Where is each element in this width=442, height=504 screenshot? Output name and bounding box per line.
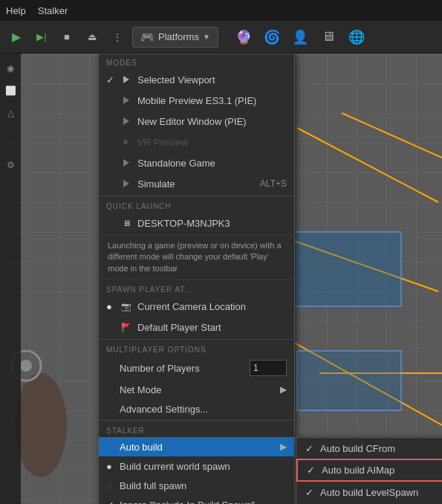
chevron-down-icon: ▼ xyxy=(203,33,210,41)
label-standalone-game: Standalone Game xyxy=(137,158,287,169)
step-button[interactable]: ▶| xyxy=(31,27,52,48)
check-aimap: ✓ xyxy=(307,465,322,476)
multiplayer-section-label: MULTIPLAYER OPTIONS xyxy=(99,341,294,356)
modes-section-label: MODES xyxy=(99,54,294,69)
radio-current-camera: ● xyxy=(106,301,120,312)
stalker-section-label: STALKER xyxy=(99,422,294,437)
label-build-full-spawn: Build full spawn xyxy=(120,480,287,491)
label-build-current-world-spawn: Build current world spawn xyxy=(120,461,287,472)
play-icon-standalone-game xyxy=(120,156,133,169)
menu-stalker[interactable]: Stalker xyxy=(38,5,68,16)
sidebar-icon-3[interactable]: △ xyxy=(1,104,19,122)
label-selected-viewport: Selected Viewport xyxy=(137,74,287,85)
check-selected-viewport: ✓ xyxy=(106,74,120,85)
desktop-icon: 🖥 xyxy=(120,216,133,230)
divider-3 xyxy=(99,420,294,421)
platforms-label: Platforms xyxy=(158,31,199,42)
toolbar-icon-5[interactable]: 🌐 xyxy=(345,25,368,49)
shortcut-simulate: ALT+S xyxy=(260,178,287,189)
label-vr-preview: VR Preview xyxy=(137,137,287,148)
check-ignore-include: ✓ xyxy=(106,500,120,504)
toolbar-right-icons: 🔮 🌀 👤 🖥 🌐 xyxy=(232,25,368,49)
main-area: ◉ ⬜ △ ⚙ MODES ✓ Selected Viewport Mobile… xyxy=(0,54,442,504)
info-box: Launching a game (preview or on device) … xyxy=(99,235,294,280)
play-icon-selected-viewport xyxy=(120,73,133,86)
submenu-item-aimap[interactable]: ✓ Auto build AIMap xyxy=(296,459,442,482)
play-icon-simulate xyxy=(120,177,133,190)
menu-item-default-player[interactable]: 🚩 Default Player Start xyxy=(99,317,294,337)
menu-item-mobile-preview[interactable]: Mobile Preview ES3.1 (PIE) xyxy=(99,90,294,111)
menu-item-build-full-spawn[interactable]: ○ Build full spawn xyxy=(99,476,294,495)
menu-item-build-current-world-spawn[interactable]: ● Build current world spawn xyxy=(99,456,294,476)
toolbar: ▶ ▶| ■ ⏏ ⋮ 🎮 Platforms ▼ 🔮 🌀 👤 🖥 🌐 xyxy=(0,21,442,54)
label-mobile-preview: Mobile Preview ES3.1 (PIE) xyxy=(137,95,287,106)
menu-help[interactable]: Help xyxy=(6,5,26,16)
camera-icon: 📷 xyxy=(120,300,133,313)
auto-build-submenu: ✓ Auto build CFrom ✓ Auto build AIMap ✓ … xyxy=(296,437,442,504)
menu-item-vr-preview: VR Preview xyxy=(99,132,294,152)
play-icon-vr-preview xyxy=(120,135,133,149)
label-new-editor-window: New Editor Window (PIE) xyxy=(137,116,287,127)
quick-launch-section-label: QUICK LAUNCH xyxy=(99,198,294,213)
label-auto-build: Auto build xyxy=(120,442,280,453)
top-menu-bar: Help Stalker xyxy=(0,0,442,21)
check-cfrom: ✓ xyxy=(305,443,320,454)
sidebar-icon-4[interactable]: ⚙ xyxy=(1,156,19,174)
divider-2 xyxy=(99,339,294,340)
toolbar-icon-4[interactable]: 🖥 xyxy=(316,25,340,49)
label-cfrom: Auto build CFrom xyxy=(320,443,395,454)
menu-item-selected-viewport[interactable]: ✓ Selected Viewport xyxy=(99,69,294,90)
divider-1 xyxy=(99,196,294,196)
radio-build-full: ○ xyxy=(106,480,120,491)
label-ignore-include: Ignore "Include In Build Spawn" xyxy=(120,500,287,504)
label-net-mode: Net Mode xyxy=(120,384,280,395)
label-current-camera: Current Camera Location xyxy=(137,301,287,312)
sidebar-icon-1[interactable]: ◉ xyxy=(1,59,19,77)
play-icon-mobile-preview xyxy=(120,94,133,107)
more-button[interactable]: ⋮ xyxy=(107,27,128,48)
toolbar-icon-1[interactable]: 🔮 xyxy=(232,25,256,49)
left-sidebar: ◉ ⬜ △ ⚙ xyxy=(0,54,21,504)
menu-item-ignore-include[interactable]: ✓ Ignore "Include In Build Spawn" xyxy=(99,495,294,504)
label-levelspawn: Auto build LevelSpawn xyxy=(320,487,418,498)
label-advanced-settings: Advanced Settings... xyxy=(120,404,287,415)
label-default-player: Default Player Start xyxy=(137,322,287,333)
arrow-net-mode: ▶ xyxy=(280,384,287,395)
check-levelspawn: ✓ xyxy=(305,487,320,498)
controller-icon: 🎮 xyxy=(140,30,155,44)
platforms-dropdown-menu: MODES ✓ Selected Viewport Mobile Preview… xyxy=(98,54,295,504)
menu-item-auto-build[interactable]: Auto build ▶ ✓ Auto build CFrom ✓ Auto b… xyxy=(99,437,294,456)
menu-item-advanced-settings[interactable]: Advanced Settings... xyxy=(99,399,294,419)
play-button[interactable]: ▶ xyxy=(6,27,27,48)
info-text: Launching a game (preview or on device) … xyxy=(108,241,282,273)
menu-item-standalone-game[interactable]: Standalone Game xyxy=(99,152,294,173)
arrow-auto-build: ▶ xyxy=(280,442,287,452)
eject-button[interactable]: ⏏ xyxy=(82,27,103,48)
platforms-button[interactable]: 🎮 Platforms ▼ xyxy=(132,27,218,48)
menu-item-desktop[interactable]: 🖥 DESKTOP-M3NJPK3 xyxy=(99,213,294,233)
menu-item-net-mode[interactable]: Net Mode ▶ xyxy=(99,380,294,399)
submenu-item-cfrom[interactable]: ✓ Auto build CFrom xyxy=(296,438,442,459)
menu-item-number-of-players: Number of Players xyxy=(99,356,294,380)
menu-item-new-editor-window[interactable]: New Editor Window (PIE) xyxy=(99,111,294,132)
submenu-item-levelspawn[interactable]: ✓ Auto build LevelSpawn xyxy=(296,482,442,503)
label-number-of-players: Number of Players xyxy=(120,363,245,374)
spawn-section-label: SPAWN PLAYER AT... xyxy=(99,281,294,296)
menu-item-simulate[interactable]: Simulate ALT+S xyxy=(99,173,294,194)
label-desktop: DESKTOP-M3NJPK3 xyxy=(137,218,287,229)
label-simulate: Simulate xyxy=(137,178,253,190)
sidebar-icon-2[interactable]: ⬜ xyxy=(1,82,19,100)
toolbar-icon-2[interactable]: 🌀 xyxy=(260,25,284,49)
stop-button[interactable]: ■ xyxy=(56,27,77,48)
radio-build-current: ● xyxy=(106,461,120,472)
toolbar-icon-3[interactable]: 👤 xyxy=(288,25,312,49)
play-icon-new-editor-window xyxy=(120,114,133,128)
player-icon: 🚩 xyxy=(120,320,133,334)
number-of-players-input[interactable] xyxy=(250,360,287,376)
label-aimap: Auto build AIMap xyxy=(322,465,394,476)
menu-item-current-camera[interactable]: ● 📷 Current Camera Location xyxy=(99,296,294,317)
